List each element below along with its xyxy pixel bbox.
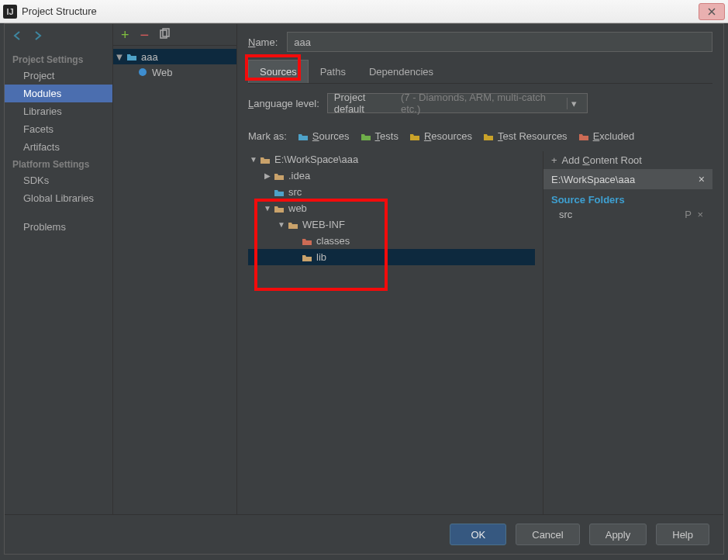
nav-item-libraries[interactable]: Libraries <box>5 102 112 120</box>
module-icon <box>126 52 137 61</box>
module-pane: + − ▼ aaa Web <box>113 24 237 514</box>
tab-paths[interactable]: Paths <box>309 60 357 83</box>
nav-back-button[interactable] <box>12 30 23 43</box>
source-folder-row[interactable]: src P × <box>543 207 712 222</box>
module-tree-root[interactable]: ▼ aaa <box>113 49 236 64</box>
copy-icon <box>160 28 171 39</box>
source-tree-node-label: web <box>288 202 307 214</box>
window-close-button[interactable] <box>699 3 725 20</box>
window-titlebar: IJ Project Structure <box>0 0 728 23</box>
mark-as-test-resources[interactable]: Test Resources <box>483 130 568 142</box>
arrow-left-icon <box>12 30 23 41</box>
help-button[interactable]: Help <box>656 524 709 545</box>
folder-icon <box>288 220 298 230</box>
mark-as-resources[interactable]: Resources <box>409 130 472 142</box>
source-tree-node[interactable]: ▼WEB-INF <box>248 216 535 233</box>
source-tree-node[interactable]: lib <box>248 249 535 265</box>
module-add-button[interactable]: + <box>121 28 129 42</box>
language-level-value: Project default <box>334 92 396 115</box>
mark-as-tests[interactable]: Tests <box>361 130 399 142</box>
mark-as-sources[interactable]: Sources <box>298 130 350 142</box>
mark-as-label: Mark as: <box>248 130 287 142</box>
module-name-input[interactable] <box>287 32 712 52</box>
source-tree-node[interactable]: src <box>248 184 535 200</box>
app-icon: IJ <box>3 5 17 19</box>
add-content-root-button[interactable]: +Add Content Root <box>543 151 712 169</box>
nav-item-sdks[interactable]: SDKs <box>5 171 112 189</box>
arrow-right-icon <box>33 30 43 41</box>
folder-icon <box>260 155 271 164</box>
source-folder-label: src <box>559 209 572 220</box>
source-tree-node-label: .idea <box>288 170 310 181</box>
nav-heading-platform-settings: Platform Settings <box>5 156 112 171</box>
source-tree-node-label: E:\WorkSpace\aaa <box>274 154 358 165</box>
module-copy-button[interactable] <box>160 28 171 41</box>
module-tree-root-label: aaa <box>141 51 158 63</box>
folder-icon <box>409 132 420 141</box>
nav-item-project[interactable]: Project <box>5 67 112 85</box>
source-tree-node-label: lib <box>316 251 326 263</box>
folder-icon <box>274 204 285 213</box>
window-title: Project Structure <box>22 5 695 17</box>
apply-button[interactable]: Apply <box>589 524 647 545</box>
source-tree-node[interactable]: classes <box>248 233 535 249</box>
mark-as-excluded[interactable]: Excluded <box>578 130 634 142</box>
content-root-path: E:\WorkSpace\aaa <box>551 174 635 185</box>
folder-icon <box>483 132 494 141</box>
nav-item-modules[interactable]: Modules <box>5 85 112 102</box>
plus-icon: + <box>551 154 557 166</box>
cancel-button[interactable]: Cancel <box>516 524 579 545</box>
source-folder-ops[interactable]: P × <box>685 209 705 220</box>
source-tree-node-label: classes <box>316 235 350 247</box>
folder-icon <box>302 253 312 262</box>
tab-sources[interactable]: Sources <box>248 60 309 83</box>
language-level-label: Language level: <box>248 98 319 109</box>
folder-icon <box>578 132 589 141</box>
source-folders-heading: Source Folders <box>543 189 712 207</box>
folder-icon <box>361 132 371 141</box>
source-tree: ▼E:\WorkSpace\aaa▶.ideasrc▼web▼WEB-INFcl… <box>248 151 535 514</box>
folder-icon <box>298 132 309 141</box>
close-icon <box>707 7 716 16</box>
module-tree: ▼ aaa Web <box>113 46 236 83</box>
nav-item-global-libraries[interactable]: Global Libraries <box>5 189 112 207</box>
nav-heading-project-settings: Project Settings <box>5 51 112 67</box>
nav-forward-button[interactable] <box>33 30 43 43</box>
folder-icon <box>274 188 285 197</box>
globe-icon <box>137 67 148 77</box>
content-root-path-row[interactable]: E:\WorkSpace\aaa × <box>543 169 712 189</box>
content-root-remove-button[interactable]: × <box>699 173 705 185</box>
source-tree-node-label: WEB-INF <box>302 219 345 230</box>
mark-as-row: Mark as: Sources Tests Resources Test Re… <box>248 130 712 142</box>
language-level-select[interactable]: Project default (7 - Diamonds, ARM, mult… <box>327 93 588 113</box>
source-tree-node-label: src <box>288 186 302 198</box>
tab-dependencies[interactable]: Dependencies <box>357 60 445 83</box>
module-remove-button[interactable]: − <box>140 27 150 43</box>
chevron-down-icon: ▾ <box>567 98 580 109</box>
editor-pane: Name: Sources Paths Dependencies Languag… <box>237 24 723 514</box>
module-tree-child-label: Web <box>152 67 173 78</box>
sidebar-nav: Project Settings ProjectModulesLibraries… <box>5 24 113 514</box>
content-root-panel: +Add Content Root E:\WorkSpace\aaa × Sou… <box>543 151 712 514</box>
ok-button[interactable]: OK <box>450 524 506 545</box>
nav-item-facets[interactable]: Facets <box>5 120 112 138</box>
nav-item-artifacts[interactable]: Artifacts <box>5 138 112 156</box>
source-tree-node[interactable]: ▼web <box>248 200 535 216</box>
module-tree-child-web[interactable]: Web <box>113 64 236 80</box>
folder-icon <box>302 237 312 246</box>
dialog-button-bar: OK Cancel Apply Help <box>5 515 723 554</box>
tabs: Sources Paths Dependencies <box>248 60 712 84</box>
svg-point-2 <box>139 68 147 76</box>
source-tree-node[interactable]: ▼E:\WorkSpace\aaa <box>248 151 535 168</box>
nav-item-problems[interactable]: Problems <box>5 218 112 236</box>
source-tree-node[interactable]: ▶.idea <box>248 168 535 184</box>
language-level-value-dim: (7 - Diamonds, ARM, multi-catch etc.) <box>401 92 562 115</box>
name-label: Name: <box>248 36 278 48</box>
folder-icon <box>274 171 285 181</box>
